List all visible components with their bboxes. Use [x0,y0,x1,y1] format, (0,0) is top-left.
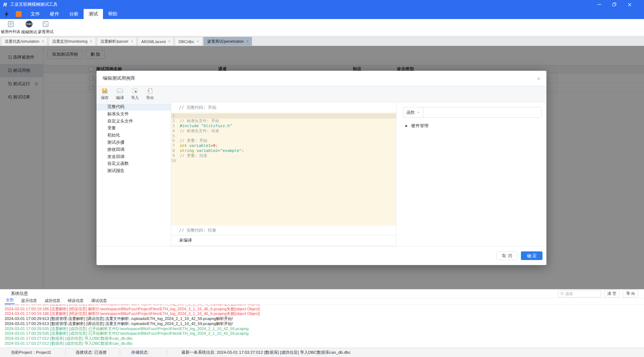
tab-close-icon[interactable]: × [90,40,92,43]
cancel-button[interactable]: 取 消 [497,251,517,260]
tab-label: 流量仿真/simulation [5,39,39,44]
tree-expand-icon[interactable]: ▶ [405,124,408,128]
maximize-button[interactable] [612,3,616,6]
status-bar: 当前Project：Project1 连接状态: 已连接 存储状态: 最新一条系… [0,348,644,357]
line-number: 5 [171,134,177,139]
code-line[interactable]: 2// 标准头文件: 开始 [171,119,396,124]
menu-items: 文件硬件分析测试帮助 [25,9,122,19]
ok-button[interactable]: 确 定 [521,251,542,260]
code-line[interactable]: 3#include "blitzfuzz.h" [171,124,396,129]
code-editor-column: // 完整代码: 开始 12// 标准头文件: 开始3#include "bli… [171,102,396,246]
code-text: // 标准头文件: 结束 [177,129,219,134]
tab-close-icon[interactable]: × [246,40,248,43]
clear-button[interactable]: 清 空 [604,290,620,297]
section-item-9[interactable]: 自定义函数 [97,160,171,167]
code-line[interactable]: 10 [171,158,396,163]
tab-4[interactable]: ARXML/arxml× [138,37,174,46]
window-title: 工业互联网模糊测试工具 [10,1,57,8]
dialog-tool-compile[interactable]: </>编译 [112,88,127,101]
function-search-input[interactable] [423,107,541,117]
menu-item-帮助[interactable]: 帮助 [103,9,122,19]
menu-item-测试[interactable]: 测试 [84,9,103,19]
dialog-tool-export[interactable]: 导出 [142,88,158,101]
code-line[interactable]: 7int variable1=0; [171,143,396,148]
section-item-2[interactable]: 标准头文件 [97,111,171,118]
code-text [177,158,180,163]
section-item-1[interactable]: 完整代码 [97,103,171,111]
toolbar-button-fuzz[interactable]: FUZZ模糊测试 [21,19,37,36]
section-item-8[interactable]: 发送回调 [97,153,171,161]
line-number: 10 [171,158,177,163]
code-line[interactable]: 8string variable2="example"; [171,148,396,153]
log-line: 2024-03-01 17:03:27:012 [数据库] [成功信息] 导入D… [5,336,644,341]
line-number: 1 [171,113,177,119]
tab-close-icon[interactable]: × [42,40,44,43]
code-line[interactable]: 9// 变量: 结束 [171,153,396,158]
toolbar-button-list[interactable]: 被测件列表 [0,19,21,36]
application-window: R 工业互联网模糊测试工具 文件硬件分析测试帮助 被测件列表FUZZ模糊测试渗透… [0,0,644,357]
tab-2[interactable]: 流量监控/monitoring× [48,37,95,46]
function-panel: 函数 ▶ 硬件管理 [396,102,546,246]
compile-icon: </> [117,88,123,95]
log-tab-调试信息[interactable]: 调试信息 [90,298,108,304]
log-tab-成功信息[interactable]: 成功信息 [43,298,61,304]
dialog-tool-import[interactable]: 导入 [127,88,142,101]
section-item-7[interactable]: 接收回调 [97,146,171,153]
tab-5[interactable]: DBC/dbc× [175,37,202,46]
dialog-tool-label: 导入 [131,95,139,101]
app-logo-icon: R [3,2,7,7]
log-line: 2024-03-01 17:03:27:012 [数据库] [成功信息] 导入D… [5,341,644,346]
toolbar-button-label: 渗透测试 [38,29,53,34]
dialog-header: 编辑测试用例库 × [97,71,546,86]
section-item-3[interactable]: 自定义头文件 [97,118,171,125]
minimize-button[interactable] [597,3,601,6]
log-search-input[interactable] [565,292,598,296]
svg-text:FUZZ: FUZZ [27,23,32,25]
log-tab-全部[interactable]: 全部 [5,297,15,304]
line-number: 3 [171,124,177,129]
code-block-start-label: // 完整代码: 开始 [171,102,396,112]
menu-item-硬件[interactable]: 硬件 [45,9,64,19]
tab-close-icon[interactable]: × [197,40,199,43]
section-item-5[interactable]: 初始化 [97,132,171,139]
log-tab-提示信息[interactable]: 提示信息 [20,298,38,304]
tab-1[interactable]: 流量仿真/simulation× [1,37,47,46]
log-line: 2024-03-01 17:00:29:613 [数据管理-流量解析] [调试信… [5,321,644,326]
main-toolbar: 被测件列表FUZZ模糊测试渗透测试 [0,19,644,36]
hardware-tree-node[interactable]: ▶ 硬件管理 [403,123,542,129]
code-line[interactable]: 6// 变量: 开始 [171,138,396,143]
section-item-4[interactable]: 变量 [97,125,171,132]
lightning-icon[interactable] [4,11,9,17]
tab-6[interactable]: 渗透测试/penetration× [203,37,252,46]
tab-3[interactable]: 流量解析/parser× [97,37,137,46]
tab-close-icon[interactable]: × [168,40,170,43]
dialog-tool-save[interactable]: 保存 [97,88,112,101]
code-text [177,113,180,119]
line-number: 6 [171,138,177,143]
code-text: // 标准头文件: 开始 [177,119,219,124]
section-item-10[interactable]: 测试报告 [97,167,171,175]
line-number: 2 [171,119,177,124]
menu-item-分析[interactable]: 分析 [64,9,84,19]
menu-item-文件[interactable]: 文件 [25,9,45,19]
code-editor[interactable]: 12// 标准头文件: 开始3#include "blitzfuzz.h"4//… [171,112,396,226]
code-line[interactable]: 4// 标准头文件: 结束 [171,129,396,134]
log-tab-错误信息[interactable]: 错误信息 [67,298,85,304]
tab-close-icon[interactable]: × [131,40,133,43]
system-info-panel: 系统信息 清 空导 出 全部提示信息成功信息错误信息调试信息 2024-03-0… [0,289,644,348]
section-item-6[interactable]: 测试步骤 [97,139,171,146]
code-section-list: 完整代码标准头文件自定义头文件变量初始化测试步骤接收回调发送回调自定义函数测试报… [97,102,171,246]
tab-label: 流量解析/parser [100,39,128,44]
toolbar-button-label: 模糊测试 [21,29,37,35]
log-list: 2024-03-01 17:00:19:186 [流量解析] [错误信息] 解析… [0,305,644,347]
stop-icon[interactable] [16,11,22,17]
function-dropdown[interactable]: 函数 [403,107,423,117]
export-button[interactable]: 导 出 [623,290,638,297]
code-line[interactable]: 5 [171,134,396,139]
tree-node-label: 硬件管理 [411,123,428,129]
line-number: 9 [171,153,177,158]
dialog-close-icon[interactable]: × [537,75,540,82]
close-button[interactable] [627,3,631,6]
code-line[interactable]: 1 [171,113,396,119]
toolbar-button-penetration[interactable]: 渗透测试 [37,19,54,36]
